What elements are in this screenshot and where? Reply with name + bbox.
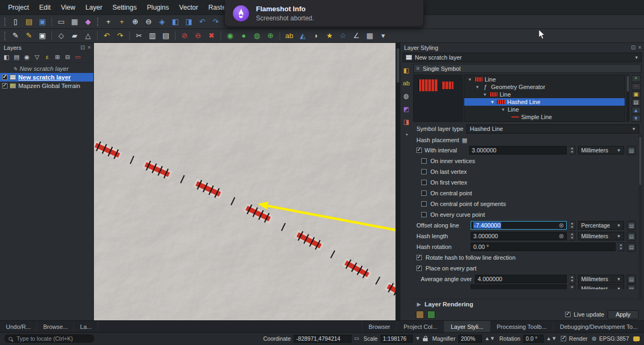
map-tips-icon[interactable]: ◗ — [310, 30, 323, 42]
menu-item[interactable]: Edit — [34, 1, 56, 14]
tree-item-line[interactable]: ▼ Line — [464, 76, 625, 83]
spinner-buttons[interactable]: ▲▼ — [569, 232, 575, 240]
delete-selected-icon[interactable]: ⊘ — [178, 30, 191, 42]
expand-icon[interactable]: ▼ — [490, 100, 495, 105]
lock-symbol-layer-button[interactable]: ▣ — [632, 91, 641, 98]
locate-bar[interactable] — [4, 334, 94, 343]
layout-manager-icon[interactable]: ▦ — [68, 16, 81, 28]
hash-length-input[interactable]: 3.000000 ⊗ — [471, 232, 567, 240]
tab-debugging-development[interactable]: Debugging/Development To... — [553, 321, 644, 332]
placement-checkbox[interactable] — [421, 169, 427, 174]
spinner-buttons[interactable]: ▲▼ — [569, 275, 575, 283]
labels-icon[interactable]: ab — [402, 79, 411, 88]
collapse-all-icon[interactable]: ⊟ — [63, 53, 72, 62]
new-bookmark-icon[interactable]: ★ — [323, 30, 336, 42]
undock-panel-icon[interactable]: ⊡ — [80, 45, 85, 50]
zoom-full-icon[interactable]: ◈ — [156, 16, 169, 28]
expand-icon[interactable]: ▼ — [467, 77, 472, 82]
data-defined-override-button[interactable]: ▤ — [627, 232, 636, 241]
spinner-buttons[interactable]: ▲▼ — [569, 221, 575, 230]
annotation-icon[interactable]: ▦ — [363, 30, 376, 42]
zoom-to-selection-icon[interactable]: ◧ — [169, 16, 182, 28]
snapping-options-icon[interactable]: ◉ — [224, 30, 237, 42]
lock-scale-icon[interactable] — [423, 338, 428, 341]
duplicate-symbol-layer-button[interactable]: ▤ — [632, 99, 641, 106]
chevron-down-icon[interactable]: ▼ — [415, 336, 421, 341]
tab-layers[interactable]: La... — [74, 321, 98, 332]
toolbar-grip[interactable] — [4, 32, 6, 40]
layer-item-new-scratch-layer[interactable]: New scratch layer — [0, 73, 93, 82]
labeling-icon[interactable]: ab — [283, 30, 296, 42]
zoom-to-layer-icon[interactable]: ◨ — [182, 16, 195, 28]
layer-rendering-section[interactable]: ▶ Layer Rendering — [412, 299, 642, 309]
placement-checkbox[interactable] — [421, 201, 427, 207]
tab-layer-styling[interactable]: Layer Styli... — [444, 321, 490, 332]
render-toggle[interactable]: Render — [561, 335, 587, 342]
hash-rotation-input[interactable]: 0.00 ° — [471, 243, 616, 251]
toolbar-grip[interactable] — [4, 18, 6, 26]
spinner-icon[interactable]: ▲▼ — [485, 336, 495, 341]
place-every-part-checkbox[interactable] — [416, 266, 422, 271]
show-bookmarks-icon[interactable]: ☆ — [336, 30, 349, 42]
rotate-follow-row[interactable]: Rotate hash to follow line direction — [416, 252, 636, 263]
zoom-last-icon[interactable]: ↶ — [196, 16, 209, 28]
placement-checkbox[interactable] — [421, 212, 427, 217]
tree-item-geometry-generator[interactable]: ▼ ƒ Geometry Generator — [464, 83, 625, 91]
spinner-buttons[interactable]: ▲▼ — [618, 243, 624, 251]
open-project-icon[interactable]: ▤ — [23, 16, 35, 28]
remove-layer-icon[interactable]: ▭ — [74, 53, 82, 62]
tree-item-line-sub[interactable]: ▼ Line — [464, 91, 625, 98]
extent-icon[interactable]: ▭ — [354, 336, 359, 341]
menu-item[interactable]: Settings — [108, 1, 142, 14]
offset-input[interactable]: -7.400000 ⊗ — [471, 221, 567, 230]
close-panel-icon[interactable]: × — [638, 45, 641, 50]
save-project-icon[interactable]: ▣ — [36, 16, 49, 28]
placement-checkbox[interactable] — [421, 190, 427, 196]
pan-to-selection-icon[interactable]: + — [115, 16, 128, 28]
zoom-in-icon[interactable]: ⊕ — [129, 16, 142, 28]
history-icon[interactable]: ◔ — [402, 130, 411, 140]
diagrams-icon[interactable]: ◨ — [402, 118, 411, 127]
add-symbol-layer-button[interactable]: + — [632, 75, 641, 82]
with-interval-input[interactable]: 3.000000 — [469, 146, 567, 155]
layer-item-mapzen-terrain[interactable]: Mapzen Global Terrain — [0, 82, 93, 90]
remove-symbol-layer-button[interactable]: − — [632, 83, 641, 90]
open-layer-styling-icon[interactable]: ◧ — [2, 53, 11, 62]
mask-icon[interactable]: ◍ — [402, 92, 411, 101]
styling-layer-selector[interactable]: New scratch layer ▼ — [402, 53, 642, 62]
cropped-input[interactable] — [471, 284, 567, 289]
spinner-buttons[interactable]: ▲▼ — [569, 146, 575, 155]
delete-ring-icon[interactable]: ⊖ — [192, 30, 204, 42]
layer-diagram-icon[interactable]: ◭ — [296, 30, 309, 42]
menu-item[interactable]: Layer — [80, 1, 107, 14]
zoom-out-icon[interactable]: ⊖ — [142, 16, 155, 28]
data-defined-override-button[interactable]: ▤ — [627, 284, 636, 289]
tree-item-simple-line[interactable]: Simple Line — [464, 113, 625, 121]
crs-indicator[interactable]: ◍ EPSG:3857 — [592, 335, 629, 342]
tab-undo-redo[interactable]: Undo/R... — [0, 321, 37, 332]
cut-features-icon[interactable]: ✂ — [133, 30, 145, 42]
digitize-segment-icon[interactable]: ◇ — [55, 30, 68, 42]
clear-field-icon[interactable]: ⊗ — [559, 222, 564, 229]
average-angle-input[interactable]: 4.000000 — [475, 275, 567, 283]
cropped-unit-dropdown[interactable]: Millimeters ▼ — [578, 284, 624, 289]
tab-processing-toolbox[interactable]: Processing Toolb... — [490, 321, 553, 332]
map-canvas[interactable] — [94, 43, 400, 320]
redo-icon[interactable]: ↷ — [114, 30, 127, 42]
rotation-input[interactable] — [523, 335, 544, 343]
layer-visibility-checkbox[interactable] — [2, 83, 8, 89]
coordinate-input[interactable] — [294, 335, 352, 343]
zoom-next-icon[interactable]: ↷ — [209, 16, 222, 28]
messages-icon[interactable] — [633, 336, 640, 341]
delete-part-icon[interactable]: ✖ — [205, 30, 218, 42]
new-project-icon[interactable]: ▯ — [9, 16, 22, 28]
layer-visibility-checkbox[interactable] — [2, 75, 8, 80]
menu-item[interactable]: Project — [3, 1, 34, 14]
data-defined-override-button[interactable]: ▤ — [627, 243, 636, 252]
scrollbar-handle[interactable] — [397, 48, 399, 83]
placement-option-row[interactable]: On every curve point — [416, 209, 636, 220]
tab-browser[interactable]: Browser — [362, 321, 397, 332]
manage-map-themes-icon[interactable]: ◉ — [23, 53, 31, 62]
placement-option-row[interactable]: On central point — [416, 188, 636, 199]
flameshot-notification[interactable]: Flameshot Info Screenshot aborted. — [224, 0, 424, 27]
